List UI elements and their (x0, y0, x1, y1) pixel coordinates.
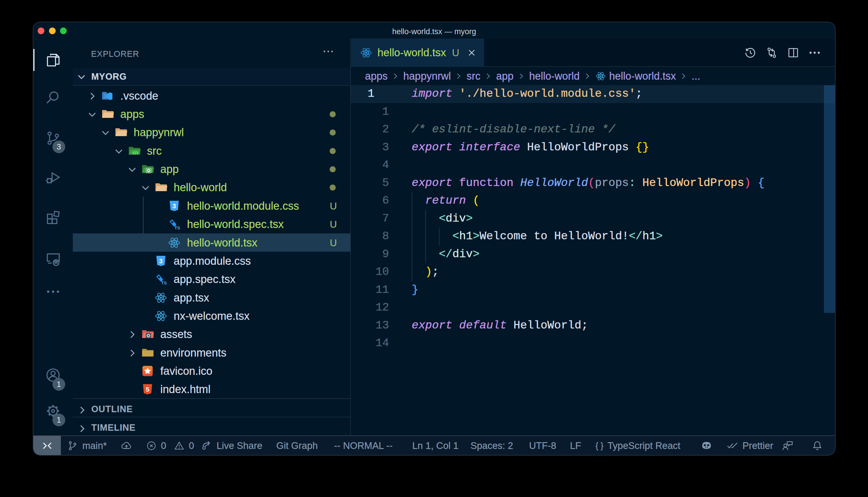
svg-text:3: 3 (173, 202, 176, 210)
svg-text:3: 3 (159, 257, 163, 265)
svg-text:TS: TS (161, 280, 167, 285)
svg-text:5: 5 (146, 386, 149, 393)
svg-text:TS: TS (175, 225, 180, 230)
